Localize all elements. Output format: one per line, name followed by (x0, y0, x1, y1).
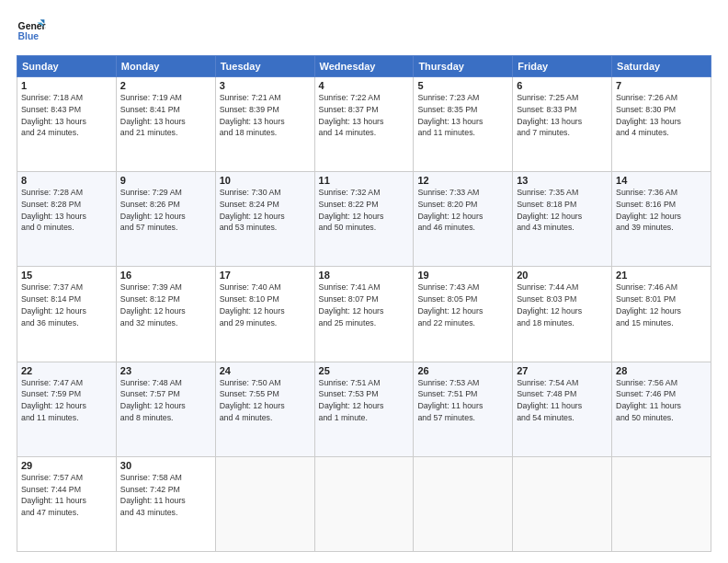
day-number: 16 (120, 270, 211, 281)
calendar-cell (215, 456, 314, 551)
calendar-cell: 1Sunrise: 7:18 AM Sunset: 8:43 PM Daylig… (17, 77, 117, 172)
day-number: 26 (417, 365, 508, 376)
day-number: 28 (616, 365, 707, 376)
day-info: Sunrise: 7:53 AM Sunset: 7:51 PM Dayligh… (417, 377, 508, 424)
day-info: Sunrise: 7:21 AM Sunset: 8:39 PM Dayligh… (220, 92, 311, 139)
calendar-cell: 21Sunrise: 7:46 AM Sunset: 8:01 PM Dayli… (612, 267, 711, 362)
day-info: Sunrise: 7:36 AM Sunset: 8:16 PM Dayligh… (616, 187, 707, 234)
calendar-cell: 30Sunrise: 7:58 AM Sunset: 7:42 PM Dayli… (116, 456, 215, 551)
day-number: 5 (417, 80, 508, 91)
day-info: Sunrise: 7:47 AM Sunset: 7:59 PM Dayligh… (21, 377, 112, 424)
day-number: 25 (319, 365, 410, 376)
day-info: Sunrise: 7:35 AM Sunset: 8:18 PM Dayligh… (517, 187, 608, 234)
day-number: 6 (517, 80, 608, 91)
calendar-cell: 6Sunrise: 7:25 AM Sunset: 8:33 PM Daylig… (513, 77, 612, 172)
day-number: 27 (517, 365, 608, 376)
day-number: 14 (616, 175, 707, 186)
day-number: 23 (120, 365, 211, 376)
day-info: Sunrise: 7:39 AM Sunset: 8:12 PM Dayligh… (120, 282, 211, 328)
day-number: 3 (220, 80, 311, 91)
calendar-cell: 28Sunrise: 7:56 AM Sunset: 7:46 PM Dayli… (612, 362, 711, 456)
calendar-cell: 2Sunrise: 7:19 AM Sunset: 8:41 PM Daylig… (116, 77, 215, 172)
day-info: Sunrise: 7:28 AM Sunset: 8:28 PM Dayligh… (21, 187, 112, 234)
calendar-cell: 16Sunrise: 7:39 AM Sunset: 8:12 PM Dayli… (116, 267, 215, 362)
calendar-cell: 14Sunrise: 7:36 AM Sunset: 8:16 PM Dayli… (612, 172, 711, 267)
calendar-cell (314, 456, 414, 551)
day-info: Sunrise: 7:25 AM Sunset: 8:33 PM Dayligh… (517, 92, 608, 139)
col-header-saturday: Saturday (612, 56, 711, 77)
day-number: 18 (319, 270, 410, 281)
calendar-cell: 25Sunrise: 7:51 AM Sunset: 7:53 PM Dayli… (314, 362, 414, 456)
day-number: 4 (319, 80, 410, 91)
svg-text:Blue: Blue (18, 31, 40, 41)
day-number: 9 (120, 175, 211, 186)
day-number: 21 (616, 270, 707, 281)
day-info: Sunrise: 7:41 AM Sunset: 8:07 PM Dayligh… (319, 282, 410, 328)
calendar-cell: 23Sunrise: 7:48 AM Sunset: 7:57 PM Dayli… (116, 362, 215, 456)
col-header-wednesday: Wednesday (314, 56, 414, 77)
calendar-cell: 18Sunrise: 7:41 AM Sunset: 8:07 PM Dayli… (314, 267, 414, 362)
calendar-cell: 4Sunrise: 7:22 AM Sunset: 8:37 PM Daylig… (314, 77, 414, 172)
day-number: 20 (517, 270, 608, 281)
col-header-friday: Friday (513, 56, 612, 77)
day-info: Sunrise: 7:44 AM Sunset: 8:03 PM Dayligh… (517, 282, 608, 328)
calendar-cell: 15Sunrise: 7:37 AM Sunset: 8:14 PM Dayli… (17, 267, 117, 362)
logo: General Blue (17, 17, 46, 46)
day-info: Sunrise: 7:54 AM Sunset: 7:48 PM Dayligh… (517, 377, 608, 424)
day-info: Sunrise: 7:40 AM Sunset: 8:10 PM Dayligh… (220, 282, 311, 328)
day-info: Sunrise: 7:43 AM Sunset: 8:05 PM Dayligh… (417, 282, 508, 328)
calendar-cell: 27Sunrise: 7:54 AM Sunset: 7:48 PM Dayli… (513, 362, 612, 456)
calendar-cell: 22Sunrise: 7:47 AM Sunset: 7:59 PM Dayli… (17, 362, 117, 456)
col-header-monday: Monday (116, 56, 215, 77)
calendar-cell: 7Sunrise: 7:26 AM Sunset: 8:30 PM Daylig… (612, 77, 711, 172)
day-number: 1 (21, 80, 112, 91)
calendar-cell: 3Sunrise: 7:21 AM Sunset: 8:39 PM Daylig… (215, 77, 314, 172)
calendar-cell: 24Sunrise: 7:50 AM Sunset: 7:55 PM Dayli… (215, 362, 314, 456)
day-number: 15 (21, 270, 112, 281)
day-number: 22 (21, 365, 112, 376)
col-header-sunday: Sunday (17, 56, 117, 77)
calendar-cell: 17Sunrise: 7:40 AM Sunset: 8:10 PM Dayli… (215, 267, 314, 362)
day-info: Sunrise: 7:48 AM Sunset: 7:57 PM Dayligh… (120, 377, 211, 424)
day-number: 11 (319, 175, 410, 186)
day-number: 12 (417, 175, 508, 186)
day-info: Sunrise: 7:37 AM Sunset: 8:14 PM Dayligh… (21, 282, 112, 328)
day-info: Sunrise: 7:19 AM Sunset: 8:41 PM Dayligh… (120, 92, 211, 139)
day-info: Sunrise: 7:22 AM Sunset: 8:37 PM Dayligh… (319, 92, 410, 139)
day-info: Sunrise: 7:33 AM Sunset: 8:20 PM Dayligh… (417, 187, 508, 234)
day-number: 13 (517, 175, 608, 186)
day-info: Sunrise: 7:56 AM Sunset: 7:46 PM Dayligh… (616, 377, 707, 424)
calendar-cell (612, 456, 711, 551)
day-number: 29 (21, 460, 112, 471)
col-header-thursday: Thursday (414, 56, 513, 77)
calendar-cell: 11Sunrise: 7:32 AM Sunset: 8:22 PM Dayli… (314, 172, 414, 267)
calendar-cell: 10Sunrise: 7:30 AM Sunset: 8:24 PM Dayli… (215, 172, 314, 267)
calendar-cell: 13Sunrise: 7:35 AM Sunset: 8:18 PM Dayli… (513, 172, 612, 267)
calendar-cell: 12Sunrise: 7:33 AM Sunset: 8:20 PM Dayli… (414, 172, 513, 267)
calendar-table: SundayMondayTuesdayWednesdayThursdayFrid… (17, 55, 711, 552)
day-info: Sunrise: 7:29 AM Sunset: 8:26 PM Dayligh… (120, 187, 211, 234)
day-number: 19 (417, 270, 508, 281)
calendar-cell: 8Sunrise: 7:28 AM Sunset: 8:28 PM Daylig… (17, 172, 117, 267)
day-info: Sunrise: 7:57 AM Sunset: 7:44 PM Dayligh… (21, 472, 112, 519)
day-info: Sunrise: 7:26 AM Sunset: 8:30 PM Dayligh… (616, 92, 707, 139)
calendar-cell: 5Sunrise: 7:23 AM Sunset: 8:35 PM Daylig… (414, 77, 513, 172)
day-number: 17 (220, 270, 311, 281)
day-info: Sunrise: 7:30 AM Sunset: 8:24 PM Dayligh… (220, 187, 311, 234)
header: General Blue (17, 17, 711, 46)
day-number: 2 (120, 80, 211, 91)
day-number: 10 (220, 175, 311, 186)
day-info: Sunrise: 7:51 AM Sunset: 7:53 PM Dayligh… (319, 377, 410, 424)
day-info: Sunrise: 7:32 AM Sunset: 8:22 PM Dayligh… (319, 187, 410, 234)
day-info: Sunrise: 7:58 AM Sunset: 7:42 PM Dayligh… (120, 472, 211, 519)
day-info: Sunrise: 7:50 AM Sunset: 7:55 PM Dayligh… (220, 377, 311, 424)
day-info: Sunrise: 7:23 AM Sunset: 8:35 PM Dayligh… (417, 92, 508, 139)
col-header-tuesday: Tuesday (215, 56, 314, 77)
calendar-cell: 20Sunrise: 7:44 AM Sunset: 8:03 PM Dayli… (513, 267, 612, 362)
day-info: Sunrise: 7:46 AM Sunset: 8:01 PM Dayligh… (616, 282, 707, 328)
calendar-cell: 26Sunrise: 7:53 AM Sunset: 7:51 PM Dayli… (414, 362, 513, 456)
day-number: 8 (21, 175, 112, 186)
calendar-cell: 29Sunrise: 7:57 AM Sunset: 7:44 PM Dayli… (17, 456, 117, 551)
day-number: 30 (120, 460, 211, 471)
calendar-cell: 9Sunrise: 7:29 AM Sunset: 8:26 PM Daylig… (116, 172, 215, 267)
